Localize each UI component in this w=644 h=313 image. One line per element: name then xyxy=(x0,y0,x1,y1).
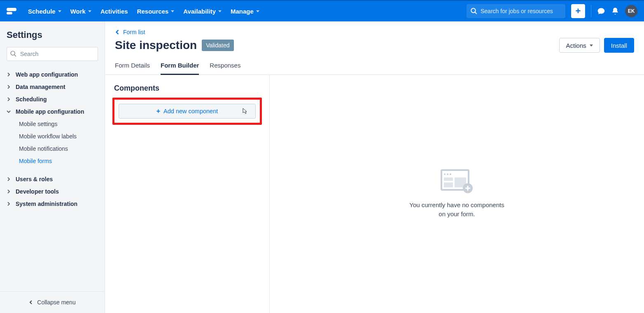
install-button[interactable]: Install xyxy=(604,38,634,53)
sidebar-item-mobile-settings[interactable]: Mobile settings xyxy=(3,118,101,130)
global-search-input[interactable] xyxy=(467,4,565,18)
chevron-left-icon xyxy=(115,30,120,35)
tab-label: Form Builder xyxy=(161,62,199,69)
svg-point-2 xyxy=(11,51,15,55)
nav-work[interactable]: Work xyxy=(70,8,91,15)
sidebar-search xyxy=(7,47,98,61)
svg-point-5 xyxy=(444,173,446,175)
collapse-menu-button[interactable]: Collapse menu xyxy=(0,291,105,313)
chevron-down-icon xyxy=(88,10,91,12)
svg-line-1 xyxy=(475,12,477,14)
empty-components-icon xyxy=(441,169,474,193)
svg-point-0 xyxy=(471,8,476,13)
nav-label: Manage xyxy=(231,8,254,15)
nav-resources[interactable]: Resources xyxy=(137,8,175,15)
sidebar-item-mobile-forms[interactable]: Mobile forms xyxy=(3,155,101,167)
install-label: Install xyxy=(611,42,627,49)
svg-point-7 xyxy=(450,173,451,175)
tab-form-builder[interactable]: Form Builder xyxy=(161,62,199,75)
nav-label: Schedule xyxy=(28,8,56,15)
tab-responses[interactable]: Responses xyxy=(210,62,240,75)
search-icon xyxy=(470,7,478,15)
empty-state-text: You currently have no components on your… xyxy=(408,201,506,219)
chevron-down-icon xyxy=(7,110,12,114)
tab-form-details[interactable]: Form Details xyxy=(115,62,150,75)
sidebar-item-label: Users & roles xyxy=(16,176,53,182)
sidebar-item-label: Mobile workflow labels xyxy=(19,133,77,140)
avatar-initials: EK xyxy=(628,8,635,14)
app-logo[interactable] xyxy=(7,8,18,14)
plus-icon: + xyxy=(156,108,160,114)
sidebar-nav: Web app configuration Data management Sc… xyxy=(0,65,105,291)
chevron-right-icon xyxy=(7,177,12,181)
page-head: Form list Site inspection Validated Acti… xyxy=(105,21,644,53)
chevron-down-icon xyxy=(590,44,593,47)
search-icon xyxy=(10,50,17,57)
chevron-right-icon xyxy=(7,202,12,206)
collapse-menu-label: Collapse menu xyxy=(37,299,75,306)
highlight-annotation: + Add new component xyxy=(112,98,262,125)
nav-availability[interactable]: Availability xyxy=(183,8,222,15)
chevron-down-icon xyxy=(256,10,259,12)
sidebar-item-label: System administration xyxy=(16,201,77,207)
sidebar-item-label: Developer tools xyxy=(16,188,59,195)
settings-sidebar: Settings Web app configuration Data mana… xyxy=(0,21,105,313)
main: Settings Web app configuration Data mana… xyxy=(0,21,644,313)
sidebar-title: Settings xyxy=(7,30,98,40)
sidebar-item-system-administration[interactable]: System administration xyxy=(3,198,101,210)
breadcrumb-label: Form list xyxy=(123,29,145,35)
nav-label: Resources xyxy=(137,8,169,15)
components-heading: Components xyxy=(114,84,262,93)
sidebar-item-label: Scheduling xyxy=(16,96,47,103)
nav-label: Activities xyxy=(100,8,128,15)
actions-button[interactable]: Actions xyxy=(559,38,600,53)
actions-label: Actions xyxy=(566,42,586,49)
title-actions: Actions Install xyxy=(559,38,634,53)
add-component-button[interactable]: + Add new component xyxy=(119,104,256,119)
nav-schedule[interactable]: Schedule xyxy=(28,8,61,15)
quick-add-button[interactable]: + xyxy=(571,4,585,18)
sidebar-item-data-management[interactable]: Data management xyxy=(3,81,101,93)
sidebar-item-label: Mobile app configuration xyxy=(16,108,84,115)
title-bar: Site inspection Validated Actions Instal… xyxy=(115,38,634,53)
nav-items: Schedule Work Activities Resources Avail… xyxy=(28,8,259,15)
chat-icon[interactable] xyxy=(597,7,605,15)
nav-label: Availability xyxy=(183,8,216,15)
svg-point-6 xyxy=(447,173,448,175)
sidebar-item-label: Mobile notifications xyxy=(19,145,68,152)
page-title: Site inspection xyxy=(115,39,197,52)
sidebar-item-web-app[interactable]: Web app configuration xyxy=(3,68,101,81)
avatar[interactable]: EK xyxy=(625,5,637,17)
add-component-label: Add new component xyxy=(163,108,218,114)
sidebar-top: Settings xyxy=(0,21,105,65)
sidebar-item-mobile-workflow-labels[interactable]: Mobile workflow labels xyxy=(3,130,101,142)
sidebar-item-label: Data management xyxy=(16,84,65,90)
preview-pane: You currently have no components on your… xyxy=(270,75,644,313)
components-pane: Components + Add new component xyxy=(105,75,270,313)
chevron-left-icon xyxy=(29,300,33,304)
sidebar-item-mobile-app[interactable]: Mobile app configuration xyxy=(3,105,101,118)
sidebar-search-input[interactable] xyxy=(7,47,98,61)
plus-icon: + xyxy=(576,6,581,16)
chevron-down-icon xyxy=(218,10,222,12)
svg-rect-9 xyxy=(444,182,453,187)
sidebar-item-scheduling[interactable]: Scheduling xyxy=(3,93,101,105)
chevron-down-icon xyxy=(171,10,174,12)
svg-rect-8 xyxy=(444,178,453,181)
bell-icon[interactable] xyxy=(611,7,619,15)
top-nav: Schedule Work Activities Resources Avail… xyxy=(0,0,644,21)
sidebar-item-developer-tools[interactable]: Developer tools xyxy=(3,185,101,198)
content: Form list Site inspection Validated Acti… xyxy=(105,21,644,313)
global-search xyxy=(467,4,565,18)
nav-activities[interactable]: Activities xyxy=(100,8,128,15)
sidebar-item-users-roles[interactable]: Users & roles xyxy=(3,173,101,185)
top-nav-right: + EK xyxy=(467,4,637,18)
chevron-down-icon xyxy=(58,10,61,12)
chevron-right-icon xyxy=(7,72,12,77)
nav-label: Work xyxy=(70,8,86,15)
svg-line-3 xyxy=(14,55,16,56)
breadcrumb[interactable]: Form list xyxy=(115,29,634,35)
sidebar-item-mobile-notifications[interactable]: Mobile notifications xyxy=(3,142,101,155)
tab-label: Responses xyxy=(210,62,240,69)
nav-manage[interactable]: Manage xyxy=(231,8,259,15)
